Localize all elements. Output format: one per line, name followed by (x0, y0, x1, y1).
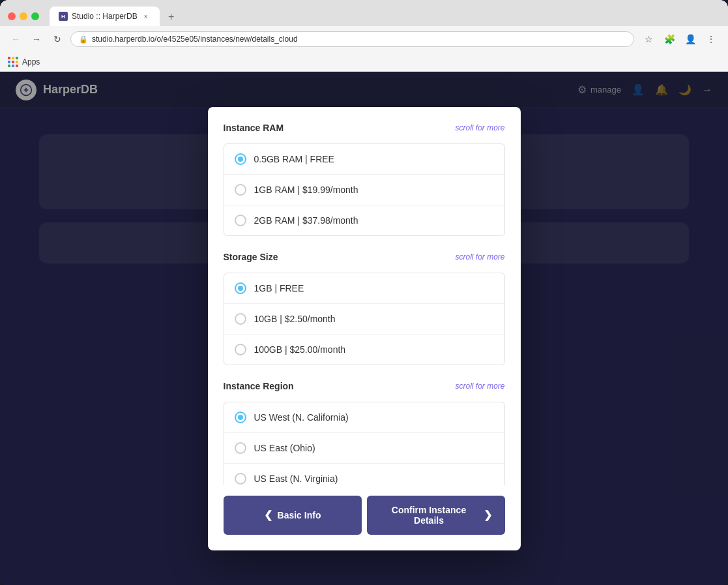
region-label-1: US East (Ohio) (254, 443, 315, 453)
new-tab-button[interactable]: + (162, 8, 181, 26)
storage-size-options: 1GB | FREE 10GB | $2.50/month 100GB | $2… (224, 273, 505, 365)
region-label-2: US East (N. Virginia) (254, 473, 338, 484)
instance-ram-scroll-hint: scroll for more (455, 123, 504, 132)
bookmarks-apps-label[interactable]: Apps (22, 57, 40, 67)
instance-details-modal: Instance RAM scroll for more 0.5GB RAM |… (208, 107, 521, 550)
region-option-1[interactable]: US East (Ohio) (224, 433, 504, 464)
storage-label-2: 100GB | $25.00/month (254, 344, 346, 355)
browser-toolbar: ← → ↻ 🔒 studio.harperdb.io/o/e4525e05/in… (0, 26, 728, 52)
minimize-window-button[interactable] (20, 12, 27, 20)
storage-radio-0[interactable] (235, 282, 246, 294)
more-menu-button[interactable]: ⋮ (702, 30, 720, 48)
modal-footer: ❮ Basic Info Confirm Instance Details ❯ (208, 485, 521, 550)
url-text: studio.harperdb.io/o/e4525e05/instances/… (92, 35, 298, 44)
instance-ram-header: Instance RAM scroll for more (224, 123, 505, 133)
instance-region-options-wrapper: US West (N. California) US East (Ohio) U… (224, 402, 505, 485)
region-radio-0[interactable] (235, 412, 246, 423)
storage-radio-1[interactable] (235, 313, 246, 325)
tab-title: Studio :: HarperDB (72, 12, 138, 21)
instance-region-options: US West (N. California) US East (Ohio) U… (224, 402, 505, 485)
instance-region-section: Instance Region scroll for more US West … (224, 381, 505, 485)
ram-radio-0[interactable] (235, 153, 246, 165)
browser-chrome: H Studio :: HarperDB × + ← → ↻ 🔒 studio.… (0, 0, 728, 72)
ram-option-1[interactable]: 1GB RAM | $19.99/month (224, 175, 504, 205)
bookmarks-bar: Apps (0, 52, 728, 72)
ram-option-0[interactable]: 0.5GB RAM | FREE (224, 144, 504, 175)
traffic-lights (8, 12, 39, 20)
apps-grid-icon (8, 57, 18, 67)
tab-favicon: H (59, 12, 68, 21)
region-radio-1[interactable] (235, 442, 246, 454)
browser-titlebar: H Studio :: HarperDB × + (0, 0, 728, 26)
ram-label-2: 2GB RAM | $37.98/month (254, 215, 358, 226)
tab-bar: H Studio :: HarperDB × + (50, 7, 181, 26)
basic-info-label: Basic Info (278, 510, 321, 520)
ram-label-0: 0.5GB RAM | FREE (254, 154, 334, 164)
ram-option-2[interactable]: 2GB RAM | $37.98/month (224, 205, 504, 235)
storage-option-2[interactable]: 100GB | $25.00/month (224, 335, 504, 365)
modal-overlay: Instance RAM scroll for more 0.5GB RAM |… (0, 72, 728, 585)
tab-close-button[interactable]: × (141, 12, 151, 21)
back-chevron-icon: ❮ (264, 509, 272, 521)
instance-ram-options: 0.5GB RAM | FREE 1GB RAM | $19.99/month … (224, 143, 505, 236)
ram-radio-1[interactable] (235, 184, 246, 196)
instance-region-header: Instance Region scroll for more (224, 381, 505, 391)
maximize-window-button[interactable] (31, 12, 39, 20)
region-option-2[interactable]: US East (N. Virginia) (224, 464, 504, 485)
region-label-0: US West (N. California) (254, 412, 349, 423)
storage-size-options-wrapper: 1GB | FREE 10GB | $2.50/month 100GB | $2… (224, 273, 505, 365)
lock-icon: 🔒 (79, 35, 88, 44)
ram-radio-2[interactable] (235, 215, 246, 226)
instance-ram-options-wrapper: 0.5GB RAM | FREE 1GB RAM | $19.99/month … (224, 143, 505, 236)
storage-radio-2[interactable] (235, 344, 246, 355)
back-button[interactable]: ← (8, 31, 23, 47)
bookmark-button[interactable]: ☆ (639, 30, 658, 48)
ram-label-1: 1GB RAM | $19.99/month (254, 185, 358, 195)
instance-region-scroll-hint: scroll for more (455, 382, 504, 391)
instance-ram-section: Instance RAM scroll for more 0.5GB RAM |… (224, 123, 505, 236)
confirm-label: Confirm Instance Details (380, 505, 478, 526)
close-window-button[interactable] (8, 12, 16, 20)
storage-label-0: 1GB | FREE (254, 283, 304, 293)
storage-option-0[interactable]: 1GB | FREE (224, 273, 504, 304)
region-radio-2[interactable] (235, 473, 246, 485)
profile-button[interactable]: 👤 (681, 30, 699, 48)
page-content: HarperDB ⚙ manage 👤 🔔 🌙 → + Create New H… (0, 72, 728, 585)
storage-label-1: 10GB | $2.50/month (254, 314, 336, 324)
confirm-instance-details-button[interactable]: Confirm Instance Details ❯ (367, 496, 505, 535)
forward-chevron-icon: ❯ (484, 509, 492, 521)
forward-button[interactable]: → (29, 31, 44, 47)
storage-option-1[interactable]: 10GB | $2.50/month (224, 304, 504, 335)
active-tab[interactable]: H Studio :: HarperDB × (50, 7, 160, 26)
browser-actions: ☆ 🧩 👤 ⋮ (639, 30, 720, 48)
storage-size-header: Storage Size scroll for more (224, 252, 505, 262)
storage-size-section: Storage Size scroll for more 1GB | FREE (224, 252, 505, 365)
instance-ram-title: Instance RAM (224, 123, 284, 133)
instance-region-title: Instance Region (224, 381, 294, 391)
storage-size-title: Storage Size (224, 252, 278, 262)
basic-info-button[interactable]: ❮ Basic Info (224, 496, 362, 535)
address-bar[interactable]: 🔒 studio.harperdb.io/o/e4525e05/instance… (70, 31, 634, 47)
reload-button[interactable]: ↻ (50, 31, 65, 47)
storage-size-scroll-hint: scroll for more (455, 252, 504, 262)
region-option-0[interactable]: US West (N. California) (224, 402, 504, 433)
extensions-puzzle-icon[interactable]: 🧩 (660, 30, 678, 48)
modal-body[interactable]: Instance RAM scroll for more 0.5GB RAM |… (208, 107, 521, 485)
